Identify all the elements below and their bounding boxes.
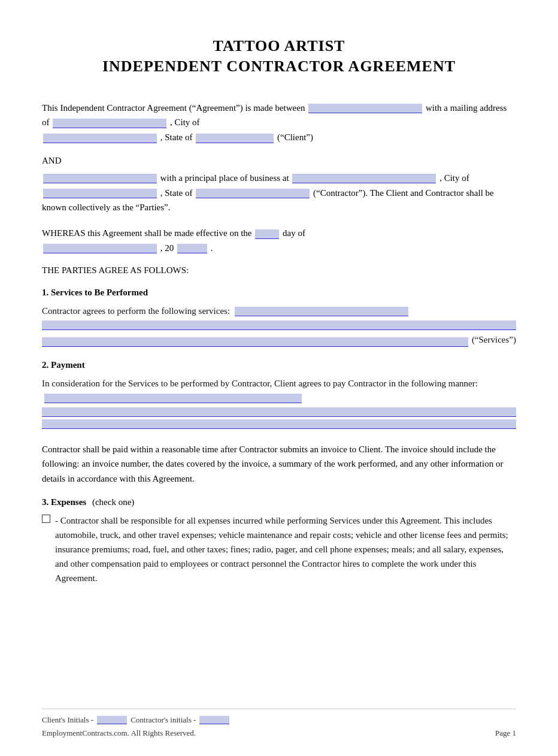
section-3: 3. Expenses (check one) - Contractor sha… xyxy=(42,497,516,585)
intro-paragraph: This Independent Contractor Agreement (“… xyxy=(42,101,516,145)
contractor-text1: with a principal place of business at xyxy=(160,173,289,183)
client-label: (“Client”) xyxy=(277,132,313,142)
section-3-heading-sub: (check one) xyxy=(92,497,134,507)
expenses-checkbox[interactable] xyxy=(42,515,50,523)
section-3-checkbox-text: - Contractor shall be responsible for al… xyxy=(55,513,516,585)
section-2-para-text: Contractor shall be paid within a reason… xyxy=(42,444,503,484)
payment-field-1[interactable] xyxy=(44,394,302,403)
contractor-paragraph: with a principal place of business at , … xyxy=(42,171,516,215)
client-initials-label: Client's Initials - xyxy=(42,715,93,725)
section-3-text: - Contractor shall be responsible for al… xyxy=(55,516,508,583)
section-1: 1. Services to Be Performed Contractor a… xyxy=(42,288,516,347)
services-field-1[interactable] xyxy=(235,307,408,316)
client-initials-field[interactable] xyxy=(97,716,127,724)
whereas-block: WHEREAS this Agreement shall be made eff… xyxy=(42,226,516,256)
payment-field-3[interactable] xyxy=(42,419,516,429)
mailing-address-field[interactable] xyxy=(53,119,166,128)
section-1-heading-text: 1. Services to Be Performed xyxy=(42,288,148,297)
title-line1: TATTOO ARTIST xyxy=(213,37,345,55)
services-field-3[interactable] xyxy=(42,337,468,347)
title-block: TATTOO ARTIST INDEPENDENT CONTRACTOR AGR… xyxy=(42,36,516,77)
city-field[interactable] xyxy=(43,134,157,143)
effective-month-field[interactable] xyxy=(43,244,157,253)
section-3-heading: 3. Expenses (check one) xyxy=(42,497,516,507)
intro-city-label: , City of xyxy=(170,117,200,127)
section-2-heading: 2. Payment xyxy=(42,360,516,370)
and-text: AND xyxy=(42,156,62,165)
payment-field-2[interactable] xyxy=(42,407,516,417)
section-3-checkbox-container: - Contractor shall be responsible for al… xyxy=(42,513,516,585)
section-2-body: In consideration for the Services to be … xyxy=(42,376,516,429)
whereas-text2: day of xyxy=(283,228,305,238)
business-address-field[interactable] xyxy=(292,174,436,183)
title-line2: INDEPENDENT CONTRACTOR AGREEMENT xyxy=(102,58,456,75)
contractor-city-field[interactable] xyxy=(43,189,157,198)
state-field[interactable] xyxy=(196,134,274,143)
section-2-text: In consideration for the Services to be … xyxy=(42,379,478,388)
client-name-field[interactable] xyxy=(308,104,422,113)
services-last-line: (“Services”) xyxy=(42,332,516,347)
document-title: TATTOO ARTIST INDEPENDENT CONTRACTOR AGR… xyxy=(42,36,516,77)
intro-state-label: , State of xyxy=(160,132,193,142)
section-1-body: Contractor agrees to perform the followi… xyxy=(42,304,516,347)
initials-row: Client's Initials - Contractor's initial… xyxy=(42,715,229,725)
and-label: AND xyxy=(42,156,516,166)
section-1-heading: 1. Services to Be Performed xyxy=(42,288,516,298)
footer-left: Client's Initials - Contractor's initial… xyxy=(42,715,229,738)
intro-text1: This Independent Contractor Agreement (“… xyxy=(42,103,305,113)
section-1-text: Contractor agrees to perform the followi… xyxy=(42,306,230,316)
section-2-para: Contractor shall be paid within a reason… xyxy=(42,442,516,486)
section-2: 2. Payment In consideration for the Serv… xyxy=(42,360,516,429)
contractor-initials-label: Contractor's initials - xyxy=(131,715,196,725)
effective-year-field[interactable] xyxy=(177,244,207,253)
contractor-city-label: , City of xyxy=(439,173,469,183)
parties-agree: THE PARTIES AGREE AS FOLLOWS: xyxy=(42,265,516,276)
footer-page-number: Page 1 xyxy=(495,728,516,738)
whereas-period: . xyxy=(211,243,213,253)
services-suffix: (“Services”) xyxy=(472,332,516,347)
contractor-state-label: , State of xyxy=(160,188,193,198)
contractor-state-field[interactable] xyxy=(196,189,310,198)
section-3-heading-text: 3. Expenses xyxy=(42,497,86,507)
whereas-text3: , 20 xyxy=(160,243,174,253)
whereas-text1: WHEREAS this Agreement shall be made eff… xyxy=(42,228,251,238)
effective-day-field[interactable] xyxy=(255,229,279,239)
footer-copyright: EmploymentContracts.com. All Rights Rese… xyxy=(42,728,229,738)
section-2-heading-text: 2. Payment xyxy=(42,360,85,370)
parties-agree-text: THE PARTIES AGREE AS FOLLOWS: xyxy=(42,265,189,275)
page: TATTOO ARTIST INDEPENDENT CONTRACTOR AGR… xyxy=(0,0,558,756)
services-field-2[interactable] xyxy=(42,320,516,330)
footer: Client's Initials - Contractor's initial… xyxy=(42,709,516,738)
contractor-initials-field[interactable] xyxy=(199,716,229,724)
contractor-name-field[interactable] xyxy=(43,174,157,183)
